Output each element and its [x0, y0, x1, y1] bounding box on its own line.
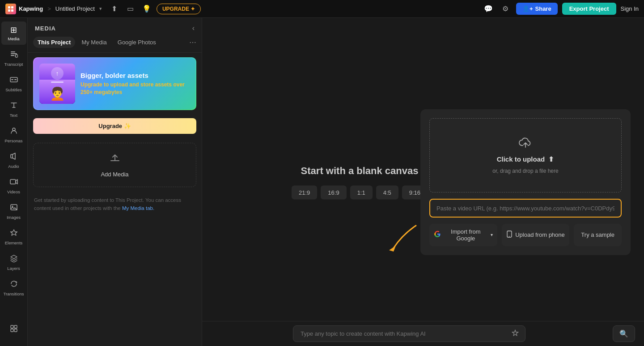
upload-phone-button[interactable]: Upload from phone — [502, 224, 570, 246]
upload-cloud-icon — [518, 137, 533, 151]
ratio-4-5[interactable]: 4:5 — [376, 185, 398, 199]
sidebar-item-images[interactable]: Images — [1, 200, 26, 223]
svg-point-14 — [12, 206, 13, 207]
sidebar-icons: ⊞ Media Transcript Subtitles Text Pers — [0, 18, 28, 346]
bottom-bar: 🔍 — [202, 321, 644, 346]
upload-drop-sub: or, drag and drop a file here — [492, 168, 558, 174]
svg-rect-15 — [11, 325, 13, 328]
upload-drop-title: Click to upload ⬆ — [497, 155, 555, 163]
images-icon — [10, 203, 18, 214]
project-name[interactable]: Untitled Project — [55, 5, 95, 12]
media-panel: MEDIA ‹ This Project My Media Google Pho… — [28, 18, 202, 346]
logo-icon — [5, 4, 16, 14]
sidebar-item-personas[interactable]: Personas — [1, 123, 26, 147]
svg-rect-1 — [11, 6, 13, 9]
upgrade-banner-text: Bigger, bolder assets Upgrade to upload … — [80, 72, 190, 96]
sidebar-item-audio[interactable]: Audio — [1, 149, 26, 172]
canvas-content: Start with a blank canvas 21:9 16:9 1:1 … — [292, 165, 428, 199]
sidebar-item-subtitles[interactable]: Subtitles — [1, 72, 26, 96]
upgrade-button[interactable]: UPGRADE ✦ — [157, 4, 201, 14]
transitions-icon — [10, 280, 18, 290]
topbar-right-actions: 💬 ⚙ 👤+ Share Export Project Sign In — [482, 3, 639, 15]
svg-rect-18 — [14, 329, 17, 332]
svg-rect-5 — [11, 53, 17, 54]
tab-this-project[interactable]: This Project — [33, 37, 75, 48]
more-options-button[interactable]: ⋯ — [189, 38, 196, 47]
svg-point-11 — [13, 128, 15, 131]
svg-point-21 — [509, 236, 510, 237]
upgrade-banner-title: Bigger, bolder assets — [80, 72, 190, 79]
sidebar-item-transcript[interactable]: Transcript — [1, 47, 26, 70]
media-icon: ⊞ — [10, 25, 17, 35]
svg-rect-3 — [11, 9, 13, 12]
settings-icon[interactable]: ⚙ — [499, 3, 512, 15]
sidebar-item-label-transitions: Transitions — [3, 291, 24, 296]
comments-icon[interactable]: 💬 — [482, 3, 495, 15]
ratio-16-9[interactable]: 16:9 — [321, 185, 346, 199]
share-icon-upload[interactable]: ⬆ — [108, 3, 121, 15]
search-button[interactable]: 🔍 — [613, 325, 635, 342]
sidebar-item-media[interactable]: ⊞ Media — [1, 21, 26, 45]
sidebar-item-transitions[interactable]: Transitions — [1, 276, 26, 300]
svg-point-7 — [15, 55, 18, 57]
sidebar-item-videos[interactable]: Videos — [1, 174, 26, 198]
import-google-label: Import from Google — [444, 228, 488, 242]
svg-rect-17 — [11, 329, 13, 332]
ratio-21-9[interactable]: 21:9 — [292, 185, 317, 199]
lightbulb-icon[interactable]: 💡 — [140, 3, 153, 15]
svg-rect-16 — [14, 325, 17, 328]
tv-icon[interactable]: ▭ — [124, 3, 137, 15]
import-google-button[interactable]: Import from Google ▾ — [429, 224, 497, 246]
upgrade-banner-button[interactable]: Upgrade ✨ — [33, 118, 196, 134]
sidebar-item-label-layers: Layers — [7, 266, 20, 271]
sidebar-item-label-videos: Videos — [7, 189, 20, 194]
my-media-link[interactable]: My Media tab. — [122, 205, 154, 211]
upload-icon — [109, 152, 121, 167]
upload-share-icon: ⬆ — [548, 155, 554, 163]
add-media-section[interactable]: Add Media — [33, 143, 196, 187]
ai-input[interactable] — [293, 325, 525, 342]
sidebar-item-label-text: Text — [10, 113, 17, 118]
signin-button[interactable]: Sign In — [621, 5, 639, 12]
sidebar-item-text[interactable]: Text — [1, 98, 26, 121]
share-button[interactable]: 👤+ Share — [516, 3, 558, 15]
sidebar-item-label-subtitles: Subtitles — [5, 87, 21, 92]
try-sample-button[interactable]: Try a sample — [574, 224, 622, 246]
ratio-1-1[interactable]: 1:1 — [350, 185, 373, 199]
sidebar-item-label-personas: Personas — [4, 138, 22, 143]
logo: Kapwing — [5, 4, 43, 14]
sidebar-item-elements[interactable]: Elements — [1, 225, 26, 249]
breadcrumb-sep: > — [47, 5, 51, 12]
upgrade-banner-image: 🧑‍🦱 ↑ — [39, 64, 75, 104]
media-panel-header: MEDIA ‹ — [28, 18, 202, 37]
canvas-ratios: 21:9 16:9 1:1 4:5 9:16 — [292, 185, 428, 199]
chevron-down-icon: ▾ — [99, 6, 102, 12]
topbar: Kapwing > Untitled Project ▾ ⬆ ▭ 💡 UPGRA… — [0, 0, 644, 18]
canvas-area: Start with a blank canvas 21:9 16:9 1:1 … — [202, 18, 644, 346]
svg-rect-10 — [14, 79, 17, 80]
sidebar-item-label-transcript: Transcript — [4, 62, 23, 67]
upload-options: Import from Google ▾ Upload from phone T… — [429, 224, 622, 246]
svg-rect-0 — [8, 6, 10, 9]
tab-google-photos[interactable]: Google Photos — [113, 37, 161, 48]
sidebar-item-grid[interactable] — [1, 321, 26, 339]
upgrade-highlight: 250+ megabytes — [80, 89, 122, 95]
upload-drop-zone[interactable]: Click to upload ⬆ or, drag and drop a fi… — [429, 118, 622, 192]
sidebar-item-layers[interactable]: Layers — [1, 251, 26, 274]
upgrade-banner-desc: Upgrade to upload and store assets over … — [80, 81, 190, 96]
google-icon — [434, 231, 441, 239]
media-panel-close-button[interactable]: ‹ — [192, 24, 195, 32]
svg-rect-9 — [11, 79, 13, 80]
personas-icon — [10, 127, 18, 137]
ai-sparkle-icon — [511, 329, 519, 339]
tab-my-media[interactable]: My Media — [77, 37, 111, 48]
export-button[interactable]: Export Project — [562, 3, 616, 15]
person-image: 🧑‍🦱 ↑ — [39, 64, 75, 104]
layers-icon — [10, 254, 18, 265]
chevron-down-icon: ▾ — [491, 232, 493, 237]
url-input[interactable] — [436, 205, 614, 212]
svg-rect-6 — [11, 55, 14, 56]
url-input-container[interactable] — [429, 199, 622, 218]
topbar-left-actions: ⬆ ▭ 💡 UPGRADE ✦ — [108, 3, 201, 15]
media-panel-tabs: This Project My Media Google Photos ⋯ — [28, 37, 202, 53]
